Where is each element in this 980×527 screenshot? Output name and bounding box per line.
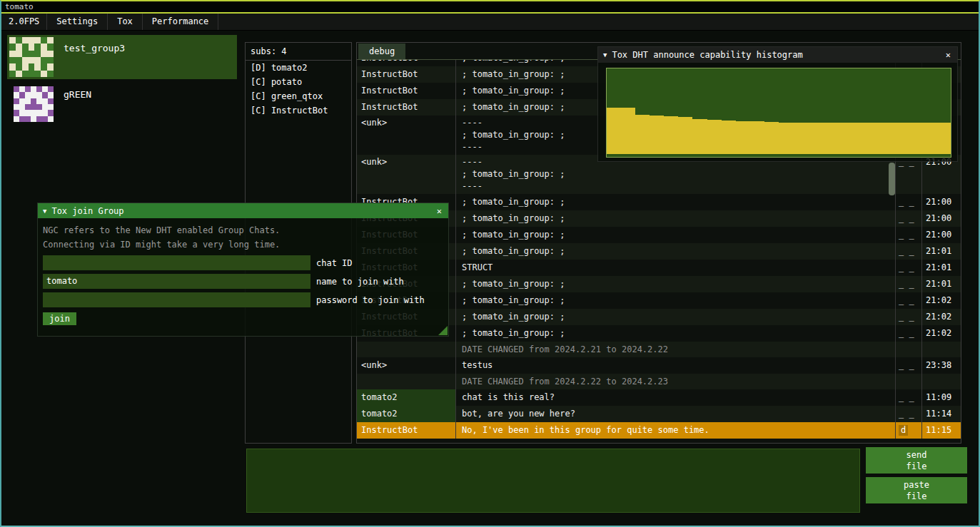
histogram-bar [692, 119, 707, 154]
join-input-chat-ID[interactable] [43, 255, 310, 270]
message-time: 11:14 [922, 406, 961, 422]
sender-name: InstructBot [357, 66, 456, 83]
message-time: 21:00 [922, 227, 961, 243]
menu-items: SettingsToxPerformance [47, 14, 218, 30]
member-list-item[interactable]: [D] tomato2 [246, 61, 351, 75]
message-status-cell: _ _ [896, 194, 922, 210]
paste-file-button[interactable]: paste file [866, 477, 967, 503]
histogram-bar [664, 116, 678, 154]
message-status-cell: _ _ [896, 243, 922, 260]
join-fields: chat IDtomatoname to join withpassword t… [43, 255, 443, 307]
send-file-button[interactable]: send file [866, 447, 967, 474]
histogram-bar [822, 123, 836, 154]
join-input-name-to-join-with[interactable]: tomato [43, 274, 310, 289]
message-status-cell: _ _ [896, 292, 922, 309]
chat-scrollbar[interactable] [889, 163, 895, 195]
join-group-body: NGC refers to the New DHT enabled Group … [38, 218, 448, 330]
message-time: 23:38 [922, 357, 961, 374]
histogram-bar [635, 115, 650, 154]
histogram-bar [707, 120, 722, 154]
histogram-bar [879, 123, 893, 154]
collapse-arrow-icon[interactable]: ▼ [603, 51, 607, 58]
ngc-description-line1: NGC refers to the New DHT enabled Group … [43, 223, 443, 237]
message-text: STRUCT [456, 260, 896, 276]
histogram-bar [650, 116, 664, 154]
join-button[interactable]: join [43, 312, 76, 325]
close-icon[interactable]: ✕ [944, 50, 952, 60]
message-text: ; tomato_in_group: ; [456, 194, 896, 210]
menu-item-settings[interactable]: Settings [47, 14, 108, 30]
join-group-window: ▼ Tox join Group ✕ NGC refers to the New… [37, 203, 449, 337]
join-field-row: password to join with [43, 292, 443, 307]
close-icon[interactable]: ✕ [435, 206, 443, 216]
contact-item-green[interactable]: gREEN [7, 81, 237, 126]
message-status-cell: d [896, 422, 922, 439]
message-row: tomato2chat is this real?_ _11:09 [357, 389, 961, 406]
message-text: ; tomato_in_group: ; [456, 292, 896, 309]
collapse-arrow-icon[interactable]: ▼ [43, 208, 46, 215]
message-status-cell: _ _ [896, 309, 922, 325]
message-status-cell: _ _ [896, 276, 922, 292]
message-text: ; tomato_in_group: ; [456, 227, 896, 243]
histogram-bar [864, 123, 879, 154]
contact-name: gREEN [64, 89, 91, 100]
message-status-cell [896, 374, 922, 389]
histogram-bar [908, 123, 922, 154]
histogram-bar [936, 123, 951, 154]
message-status-cell: _ _ [896, 357, 922, 374]
contacts-list: test_group3 gREEN [7, 35, 237, 128]
message-row: InstructBotNo, I've been in this group f… [357, 422, 961, 439]
message-text: testus [456, 357, 896, 374]
message-input[interactable] [246, 449, 860, 513]
sender-name: tomato2 [357, 389, 456, 406]
fps-indicator: 2.0FPS [1, 14, 47, 30]
tab-debug[interactable]: debug [358, 44, 405, 59]
message-status-cell: _ _ [896, 389, 922, 406]
sender-name: tomato2 [357, 406, 456, 422]
member-list-item[interactable]: [C] green_qtox [246, 89, 351, 103]
histogram-bar [607, 108, 621, 154]
group-avatar-icon [14, 86, 54, 122]
message-time: 11:09 [922, 389, 961, 406]
contact-name: test_group3 [64, 43, 125, 53]
histogram-bar [850, 123, 864, 154]
histogram-bar [736, 121, 750, 154]
histogram-bar [807, 123, 822, 154]
message-time: 21:02 [922, 325, 961, 342]
message-time [922, 374, 961, 389]
message-text: bot, are you new here? [456, 406, 896, 422]
message-status-cell: _ _ [896, 227, 922, 243]
histogram-bar [621, 108, 635, 154]
message-time: 11:15 [922, 422, 961, 439]
message-time: 21:00 [922, 194, 961, 210]
join-input-password-to-join-with[interactable] [43, 292, 310, 307]
message-text: DATE CHANGED from 2024.2.21 to 2024.2.22 [456, 342, 896, 357]
message-status-cell: _ _ [896, 325, 922, 342]
date-divider-row: DATE CHANGED from 2024.2.22 to 2024.2.23 [357, 374, 961, 389]
message-text: ; tomato_in_group: ; [456, 325, 896, 342]
sender-name: InstructBot [357, 99, 456, 116]
contact-item-test-group3[interactable]: test_group3 [7, 35, 237, 79]
join-field-label: name to join with [316, 277, 404, 287]
member-list-item[interactable]: [C] potato [246, 75, 351, 89]
app-window: tomato 2.0FPS SettingsToxPerformance tes… [0, 0, 980, 527]
window-title: tomato [1, 1, 979, 12]
join-group-titlebar[interactable]: ▼ Tox join Group ✕ [38, 203, 448, 218]
message-time: 21:00 [922, 210, 961, 227]
sender-name: <unk> [357, 116, 456, 155]
join-field-row: tomatoname to join with [43, 274, 443, 289]
histogram-bar [922, 123, 936, 154]
resize-grip[interactable] [438, 326, 448, 335]
histogram-bars [607, 68, 951, 154]
menu-item-performance[interactable]: Performance [143, 14, 218, 30]
subs-count: subs: 4 [246, 43, 351, 60]
menu-item-tox[interactable]: Tox [108, 14, 143, 30]
histogram-bar [894, 123, 908, 154]
member-list-item[interactable]: [C] InstructBot [246, 103, 351, 118]
histogram-plot[interactable] [606, 68, 951, 158]
message-status-cell: _ _ [896, 260, 922, 276]
histogram-titlebar[interactable]: ▼ Tox DHT announce capability histogram … [598, 47, 957, 63]
message-status-cell [896, 342, 922, 357]
message-time: 21:01 [922, 260, 961, 276]
message-text: ; tomato_in_group: ; [456, 210, 896, 227]
